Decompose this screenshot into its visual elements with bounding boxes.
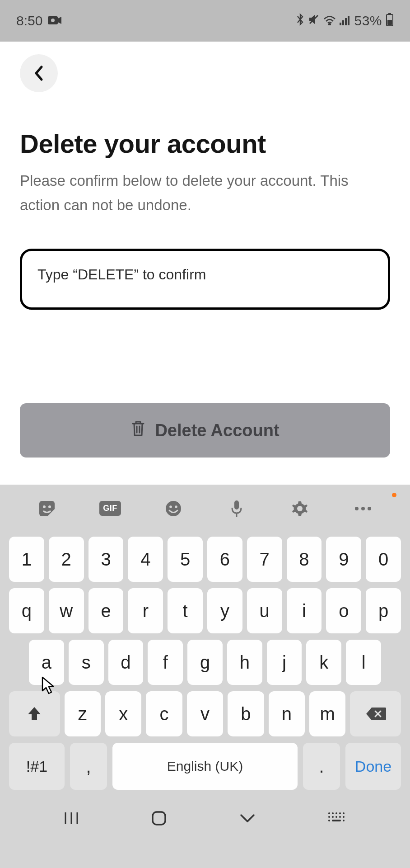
key-u[interactable]: u — [247, 588, 282, 633]
bluetooth-icon — [296, 13, 304, 29]
battery-icon — [386, 13, 394, 29]
navigation-bar — [0, 793, 410, 845]
nav-back[interactable] — [238, 812, 256, 826]
key-7[interactable]: 7 — [247, 537, 282, 582]
mic-icon[interactable] — [227, 499, 247, 519]
key-1[interactable]: 1 — [9, 537, 44, 582]
wifi-icon — [323, 13, 336, 28]
svg-point-35 — [343, 812, 345, 814]
key-q[interactable]: q — [9, 588, 44, 633]
delete-button-label: Delete Account — [155, 421, 279, 440]
delete-confirm-input[interactable] — [20, 249, 390, 310]
battery-percent: 53% — [354, 13, 382, 28]
key-o[interactable]: o — [326, 588, 361, 633]
svg-point-16 — [166, 501, 181, 516]
key-r[interactable]: r — [128, 588, 163, 633]
svg-point-22 — [355, 507, 359, 510]
key-y[interactable]: y — [207, 588, 242, 633]
svg-rect-19 — [234, 500, 239, 509]
sticker-icon[interactable] — [37, 499, 57, 519]
svg-point-38 — [335, 816, 337, 818]
key-t[interactable]: t — [168, 588, 203, 633]
keyboard-row-z: z x c v b n m — [9, 691, 401, 736]
key-0[interactable]: 0 — [366, 537, 401, 582]
key-8[interactable]: 8 — [287, 537, 322, 582]
key-done[interactable]: Done — [345, 743, 401, 790]
svg-rect-4 — [340, 23, 341, 25]
key-k[interactable]: k — [306, 640, 341, 685]
key-6[interactable]: 6 — [207, 537, 242, 582]
svg-point-15 — [48, 505, 51, 508]
key-n[interactable]: n — [269, 691, 305, 736]
page-subtitle: Please confirm below to delete your acco… — [20, 169, 390, 218]
svg-point-31 — [328, 812, 330, 814]
key-a[interactable]: a — [29, 640, 64, 685]
key-j[interactable]: j — [267, 640, 302, 685]
trash-icon — [130, 420, 146, 441]
key-f[interactable]: f — [148, 640, 183, 685]
key-g[interactable]: g — [187, 640, 223, 685]
settings-icon[interactable] — [290, 499, 310, 519]
backspace-icon — [365, 707, 386, 721]
svg-rect-5 — [342, 20, 344, 25]
svg-point-32 — [332, 812, 334, 814]
back-button[interactable] — [20, 54, 58, 92]
key-x[interactable]: x — [105, 691, 141, 736]
page-title: Delete your account — [20, 128, 390, 159]
key-w[interactable]: w — [49, 588, 84, 633]
key-4[interactable]: 4 — [128, 537, 163, 582]
svg-point-39 — [339, 816, 341, 818]
key-9[interactable]: 9 — [326, 537, 361, 582]
keyboard-row-bottom: !#1 , English (UK) . Done — [9, 743, 401, 790]
key-s[interactable]: s — [69, 640, 104, 685]
key-symbols[interactable]: !#1 — [9, 743, 65, 790]
keyboard-toolbar: GIF — [0, 485, 410, 532]
status-time: 8:50 — [16, 13, 42, 28]
key-period[interactable]: . — [303, 743, 340, 790]
keyboard-row-numbers: 1 2 3 4 5 6 7 8 9 0 — [9, 537, 401, 582]
chevron-left-icon — [33, 64, 45, 82]
key-p[interactable]: p — [366, 588, 401, 633]
key-comma[interactable]: , — [70, 743, 107, 790]
svg-point-37 — [332, 816, 334, 818]
svg-point-14 — [43, 505, 46, 508]
svg-point-17 — [169, 505, 172, 508]
svg-point-40 — [343, 816, 345, 818]
keyboard-row-a: a s d f g h j k l — [9, 640, 401, 685]
delete-account-button[interactable]: Delete Account — [20, 403, 390, 458]
key-z[interactable]: z — [65, 691, 101, 736]
svg-point-24 — [368, 507, 371, 510]
svg-point-33 — [335, 812, 337, 814]
nav-keyboard-toggle[interactable] — [327, 811, 347, 827]
key-space[interactable]: English (UK) — [112, 743, 298, 790]
recording-icon — [48, 13, 61, 28]
key-l[interactable]: l — [346, 640, 381, 685]
key-d[interactable]: d — [108, 640, 144, 685]
key-e[interactable]: e — [89, 588, 124, 633]
key-5[interactable]: 5 — [168, 537, 203, 582]
nav-recent[interactable] — [63, 811, 80, 828]
key-m[interactable]: m — [309, 691, 345, 736]
nav-home[interactable] — [151, 810, 167, 828]
key-i[interactable]: i — [287, 588, 322, 633]
key-backspace[interactable] — [350, 691, 401, 736]
svg-rect-30 — [153, 812, 165, 825]
svg-point-18 — [175, 505, 177, 508]
svg-rect-42 — [332, 820, 341, 821]
svg-rect-7 — [348, 16, 349, 25]
key-2[interactable]: 2 — [49, 537, 84, 582]
more-icon[interactable] — [353, 499, 373, 519]
emoji-icon[interactable] — [163, 499, 183, 519]
svg-point-3 — [329, 24, 331, 25]
key-h[interactable]: h — [227, 640, 262, 685]
key-shift[interactable] — [9, 691, 60, 736]
gif-icon[interactable]: GIF — [100, 499, 120, 519]
key-3[interactable]: 3 — [89, 537, 124, 582]
keyboard: GIF 1 2 3 4 5 6 7 — [0, 485, 410, 868]
content-area: Delete your account Please confirm below… — [0, 42, 410, 485]
svg-point-43 — [343, 820, 345, 821]
key-v[interactable]: v — [187, 691, 223, 736]
key-c[interactable]: c — [146, 691, 182, 736]
mute-icon — [308, 13, 320, 28]
key-b[interactable]: b — [228, 691, 264, 736]
